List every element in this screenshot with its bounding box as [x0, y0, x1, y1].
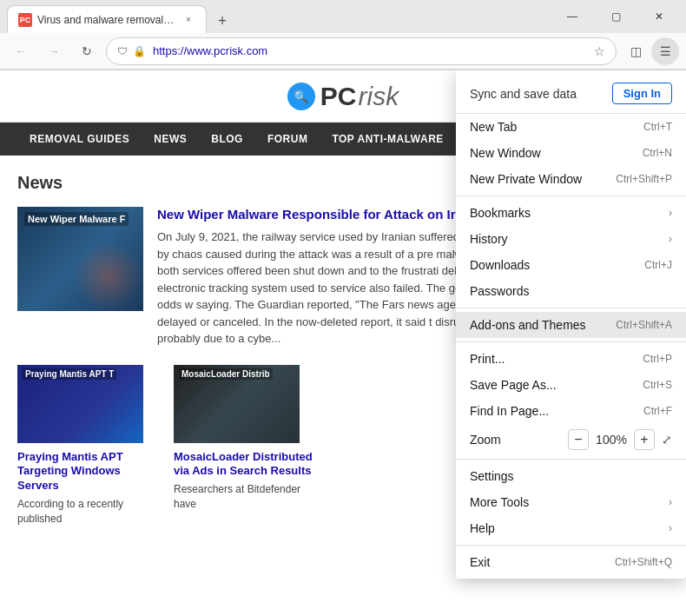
- menu-item-find-in-page[interactable]: Find In Page...Ctrl+F: [456, 398, 686, 424]
- zoom-expand-button[interactable]: ⤢: [662, 433, 672, 447]
- menu-item-label-settings: Settings: [470, 469, 514, 483]
- menu-item-print[interactable]: Print...Ctrl+P: [456, 346, 686, 372]
- menu-item-arrow-bookmarks: ›: [669, 207, 672, 219]
- menu-item-new-window[interactable]: New WindowCtrl+N: [456, 140, 686, 166]
- menu-item-exit[interactable]: ExitCtrl+Shift+Q: [456, 549, 686, 575]
- featured-news-thumbnail: New Wiper Malware F: [17, 207, 143, 311]
- menu-item-downloads[interactable]: DownloadsCtrl+J: [456, 252, 686, 278]
- logo-icon: 🔍: [287, 83, 315, 110]
- sync-title: Sync and save data: [470, 87, 577, 101]
- news-card-title-0[interactable]: Praying Mantis APT Targeting Windows Ser…: [17, 450, 156, 494]
- menu-item-label-save-page: Save Page As...: [470, 378, 557, 392]
- menu-item-label-find-in-page: Find In Page...: [470, 404, 549, 418]
- maximize-button[interactable]: ▢: [596, 3, 636, 30]
- window-controls: — ▢ ✕: [552, 3, 679, 30]
- back-button[interactable]: ←: [7, 37, 35, 65]
- tab-title: Virus and malware removal inst: [37, 14, 176, 26]
- menu-item-more-tools[interactable]: More Tools›: [456, 489, 686, 515]
- menu-item-label-new-tab: New Tab: [470, 120, 517, 134]
- menu-item-label-passwords: Passwords: [470, 284, 529, 298]
- divider-after-passwords: [456, 308, 686, 308]
- tab-close-button[interactable]: ×: [181, 13, 195, 27]
- divider-after-addons: [456, 341, 686, 342]
- menu-item-label-bookmarks: Bookmarks: [470, 206, 531, 220]
- menu-item-passwords[interactable]: Passwords: [456, 278, 686, 304]
- menu-item-label-new-private-window: New Private Window: [470, 172, 582, 186]
- divider-after-zoom: [456, 459, 686, 460]
- address-text: https://www.pcrisk.com: [153, 44, 587, 57]
- news-card-0: Praying Mantis APT T Praying Mantis APT …: [17, 365, 156, 527]
- tab-bar: PC Virus and malware removal inst × +: [7, 0, 547, 33]
- menu-items-after-zoom: SettingsMore Tools›Help›ExitCtrl+Shift+Q: [456, 463, 686, 575]
- website-content: 🔍 PC risk REMOVAL GUIDES NEWS BLOG FORUM…: [0, 70, 686, 616]
- zoom-value: 100%: [596, 433, 627, 447]
- news-card-label-1: MosaicLoader Distrib: [179, 368, 273, 380]
- reload-button[interactable]: ↻: [73, 37, 101, 65]
- news-thumb-label: New Wiper Malware F: [24, 212, 129, 226]
- nav-item-removal-guides[interactable]: REMOVAL GUIDES: [17, 123, 142, 156]
- title-bar: PC Virus and malware removal inst × + — …: [0, 0, 686, 33]
- divider-after-help: [456, 545, 686, 546]
- close-button[interactable]: ✕: [639, 3, 679, 30]
- menu-item-label-addons: Add-ons and Themes: [470, 318, 586, 332]
- menu-item-label-new-window: New Window: [470, 146, 541, 160]
- menu-item-new-tab[interactable]: New TabCtrl+T: [456, 114, 686, 140]
- menu-item-new-private-window[interactable]: New Private WindowCtrl+Shift+P: [456, 166, 686, 192]
- nav-item-top-anti-malware[interactable]: TOP ANTI-MALWARE: [320, 123, 455, 156]
- minimize-button[interactable]: —: [552, 3, 592, 30]
- news-card-thumb-1: MosaicLoader Distrib: [174, 365, 300, 443]
- news-card-title-1[interactable]: MosaicLoader Distributed via Ads in Sear…: [174, 450, 313, 480]
- zoom-minus-button[interactable]: −: [568, 429, 589, 450]
- menu-item-shortcut-addons: Ctrl+Shift+A: [616, 319, 672, 331]
- nav-item-blog[interactable]: BLOG: [199, 123, 255, 156]
- nav-item-forum[interactable]: FORUM: [255, 123, 320, 156]
- tab-favicon: PC: [18, 13, 32, 27]
- wallet-button[interactable]: ◫: [622, 37, 650, 65]
- menu-item-shortcut-find-in-page: Ctrl+F: [643, 405, 672, 417]
- active-tab[interactable]: PC Virus and malware removal inst ×: [7, 5, 207, 33]
- nav-item-news[interactable]: NEWS: [142, 123, 199, 156]
- menu-item-label-help: Help: [470, 521, 495, 535]
- nav-bar: ← → ↻ 🛡 🔒 https://www.pcrisk.com ☆ ◫ ☰: [0, 33, 686, 70]
- menu-item-label-history: History: [470, 232, 508, 246]
- zoom-label: Zoom: [470, 433, 501, 447]
- divider-after-new-private-window: [456, 195, 686, 196]
- menu-item-shortcut-new-tab: Ctrl+T: [643, 121, 672, 133]
- menu-item-settings[interactable]: Settings: [456, 463, 686, 489]
- zoom-control: Zoom − 100% + ⤢: [456, 424, 686, 455]
- forward-button[interactable]: →: [40, 37, 68, 65]
- dropdown-menu: Sync and save data Sign In New TabCtrl+T…: [456, 70, 686, 579]
- new-tab-button[interactable]: +: [210, 9, 234, 33]
- menu-item-label-print: Print...: [470, 352, 505, 366]
- menu-item-history[interactable]: History›: [456, 226, 686, 252]
- zoom-controls: − 100% + ⤢: [568, 429, 672, 450]
- menu-item-shortcut-print: Ctrl+P: [643, 353, 672, 365]
- sign-in-button[interactable]: Sign In: [612, 83, 672, 104]
- menu-item-addons[interactable]: Add-ons and ThemesCtrl+Shift+A: [456, 312, 686, 338]
- news-card-1: MosaicLoader Distrib MosaicLoader Distri…: [174, 365, 313, 527]
- zoom-plus-button[interactable]: +: [634, 429, 655, 450]
- logo-risk-text: risk: [359, 82, 399, 111]
- menu-item-bookmarks[interactable]: Bookmarks›: [456, 200, 686, 226]
- menu-item-save-page[interactable]: Save Page As...Ctrl+S: [456, 372, 686, 398]
- toolbar-icons: ◫ ☰: [622, 37, 679, 65]
- news-card-label-0: Praying Mantis APT T: [23, 368, 116, 380]
- menu-item-shortcut-new-private-window: Ctrl+Shift+P: [616, 173, 672, 185]
- address-bar-icons: 🛡 🔒: [117, 45, 146, 57]
- browser-chrome: PC Virus and malware removal inst × + — …: [0, 0, 686, 70]
- menu-item-label-downloads: Downloads: [470, 258, 530, 272]
- news-card-body-0: According to a recently published: [17, 497, 156, 527]
- menu-button[interactable]: ☰: [651, 37, 679, 65]
- news-card-thumb-0: Praying Mantis APT T: [17, 365, 143, 443]
- site-logo: 🔍 PC risk: [287, 82, 399, 111]
- menu-item-help[interactable]: Help›: [456, 515, 686, 541]
- menu-item-shortcut-exit: Ctrl+Shift+Q: [615, 556, 672, 568]
- menu-item-label-exit: Exit: [470, 555, 490, 569]
- address-bar[interactable]: 🛡 🔒 https://www.pcrisk.com ☆: [106, 37, 617, 65]
- menu-item-label-more-tools: More Tools: [470, 495, 529, 509]
- menu-item-arrow-history: ›: [669, 233, 672, 245]
- bookmark-star-icon[interactable]: ☆: [594, 44, 605, 58]
- menu-item-shortcut-save-page: Ctrl+S: [643, 379, 672, 391]
- lock-icon: 🔒: [133, 45, 146, 57]
- menu-item-shortcut-new-window: Ctrl+N: [643, 147, 672, 159]
